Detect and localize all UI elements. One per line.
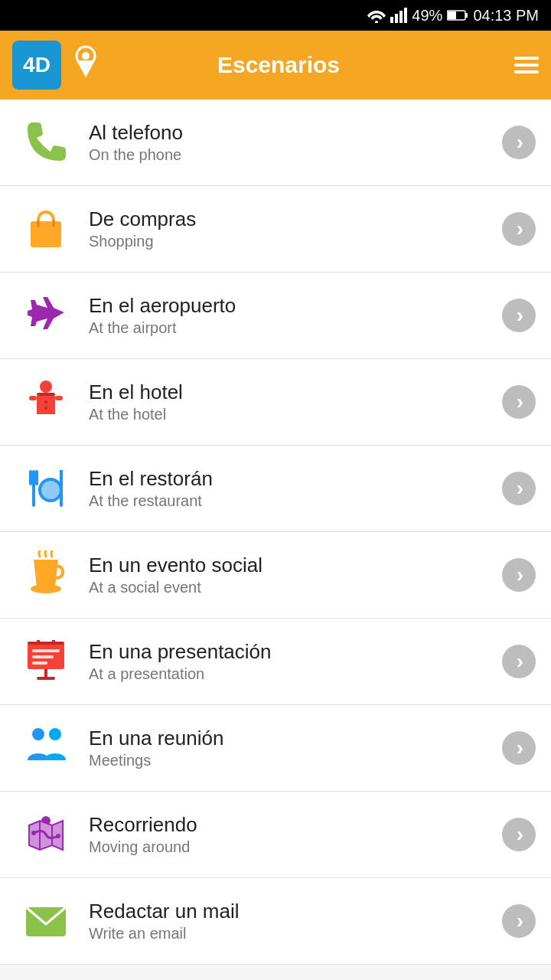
moving-icon (15, 804, 77, 865)
airport-title: En el aeropuerto (89, 294, 502, 318)
email-title: Redactar un mail (89, 900, 502, 923)
svg-rect-27 (32, 662, 47, 665)
presentation-title: En una presentación (89, 640, 502, 664)
social-chevron[interactable] (502, 558, 536, 592)
hotel-icon (15, 371, 77, 433)
presentation-item-text: En una presentación At a presentation (77, 640, 502, 683)
svg-rect-15 (29, 396, 37, 400)
phone-chevron[interactable] (502, 126, 536, 159)
restaurant-chevron[interactable] (502, 472, 536, 505)
moving-title: Recorriendo (89, 813, 502, 837)
svg-rect-4 (404, 8, 407, 23)
svg-point-33 (32, 728, 44, 740)
svg-rect-29 (37, 677, 55, 680)
airport-icon (15, 285, 77, 346)
list-item-phone[interactable]: Al telefono On the phone (0, 100, 551, 186)
email-chevron[interactable] (502, 904, 536, 938)
airport-subtitle: At the airport (89, 319, 502, 337)
list-item-shopping[interactable]: De compras Shopping (0, 186, 551, 273)
list-item-presentation[interactable]: En una presentación At a presentation (0, 619, 551, 705)
signal-icon (390, 8, 407, 23)
shopping-item-text: De compras Shopping (77, 207, 502, 250)
list-item-airport[interactable]: En el aeropuerto At the airport (0, 273, 551, 359)
svg-rect-12 (37, 393, 55, 396)
battery-icon (447, 9, 468, 21)
list-item-email[interactable]: Redactar un mail Write an email (0, 878, 551, 965)
moving-item-text: Recorriendo Moving around (77, 813, 502, 856)
presentation-subtitle: At a presentation (89, 665, 502, 683)
svg-rect-19 (35, 470, 38, 485)
meeting-title: En una reunión (89, 727, 502, 750)
svg-rect-17 (32, 470, 35, 507)
svg-point-14 (44, 407, 47, 410)
moving-chevron[interactable] (502, 818, 536, 851)
email-item-text: Redactar un mail Write an email (77, 900, 502, 942)
svg-point-11 (40, 381, 52, 393)
svg-rect-18 (29, 470, 32, 485)
svg-point-36 (31, 831, 36, 835)
svg-rect-10 (31, 221, 61, 247)
time-text: 04:13 PM (473, 7, 539, 24)
email-icon (15, 890, 77, 952)
meeting-chevron[interactable] (502, 731, 536, 765)
restaurant-title: En el restorán (89, 467, 502, 491)
list-item-hotel[interactable]: En el hotel At the hotel (0, 359, 551, 446)
battery-text: 49% (412, 7, 442, 24)
shopping-icon (15, 198, 77, 260)
email-subtitle: Write an email (89, 925, 502, 942)
svg-rect-26 (32, 655, 54, 658)
svg-rect-2 (395, 14, 398, 23)
social-item-text: En un evento social At a social event (77, 554, 502, 596)
svg-point-34 (49, 728, 61, 740)
meeting-icon (15, 717, 77, 779)
app-header: 4D Escenarios (0, 31, 551, 100)
social-icon (15, 544, 77, 606)
svg-rect-7 (465, 13, 468, 18)
svg-rect-32 (52, 640, 55, 645)
scenarios-list: Al telefono On the phone De compras Shop… (0, 100, 551, 965)
hotel-title: En el hotel (89, 381, 502, 404)
svg-rect-6 (448, 11, 456, 19)
hotel-item-text: En el hotel At the hotel (77, 381, 502, 423)
svg-point-37 (56, 834, 60, 838)
svg-rect-16 (55, 396, 63, 400)
meeting-item-text: En una reunión Meetings (77, 727, 502, 769)
svg-rect-25 (32, 649, 60, 652)
restaurant-item-text: En el restorán At the restaurant (77, 467, 502, 510)
svg-point-13 (44, 400, 47, 403)
list-item-social[interactable]: En un evento social At a social event (0, 532, 551, 619)
airport-chevron[interactable] (502, 299, 536, 332)
presentation-chevron[interactable] (502, 645, 536, 678)
svg-rect-31 (37, 640, 40, 645)
shopping-title: De compras (89, 207, 502, 231)
menu-button[interactable] (514, 57, 539, 74)
wifi-icon (367, 8, 386, 23)
restaurant-subtitle: At the restaurant (89, 492, 502, 510)
social-subtitle: At a social event (89, 579, 502, 596)
header-title: Escenarios (52, 52, 505, 78)
hotel-subtitle: At the hotel (89, 406, 502, 423)
airport-item-text: En el aeropuerto At the airport (77, 294, 502, 337)
svg-rect-3 (399, 11, 403, 23)
meeting-subtitle: Meetings (89, 752, 502, 769)
phone-subtitle: On the phone (89, 146, 502, 164)
svg-rect-30 (28, 642, 64, 645)
moving-subtitle: Moving around (89, 838, 502, 856)
svg-point-23 (31, 584, 61, 593)
svg-rect-1 (390, 17, 393, 23)
svg-point-0 (375, 21, 378, 23)
social-title: En un evento social (89, 554, 502, 577)
list-item-moving[interactable]: Recorriendo Moving around (0, 792, 551, 878)
list-item-restaurant[interactable]: En el restorán At the restaurant (0, 446, 551, 532)
presentation-icon (15, 631, 77, 692)
status-bar: 49% 04:13 PM (0, 0, 551, 31)
list-item-meeting[interactable]: En una reunión Meetings (0, 705, 551, 792)
phone-item-text: Al telefono On the phone (77, 121, 502, 164)
svg-point-21 (41, 481, 60, 499)
hotel-chevron[interactable] (502, 385, 536, 419)
restaurant-icon (15, 458, 77, 519)
shopping-chevron[interactable] (502, 212, 536, 246)
status-icons: 49% 04:13 PM (367, 7, 539, 24)
phone-icon (15, 112, 77, 173)
shopping-subtitle: Shopping (89, 233, 502, 250)
